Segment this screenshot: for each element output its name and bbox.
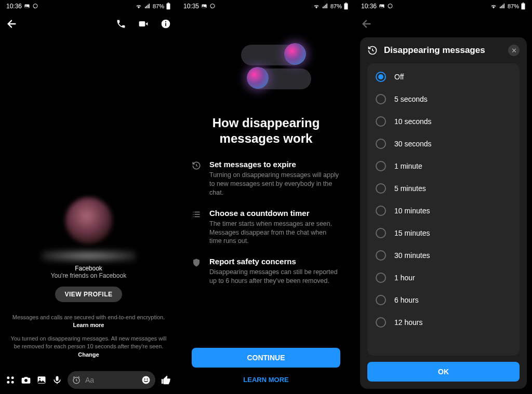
status-bar: 10:36 87% bbox=[355, 0, 532, 12]
close-icon[interactable]: ✕ bbox=[508, 45, 520, 56]
history-icon bbox=[192, 160, 202, 197]
timer-option-label: 10 seconds bbox=[394, 117, 432, 126]
messenger-icon bbox=[209, 3, 216, 9]
learn-more-button[interactable]: LEARN MORE bbox=[192, 373, 340, 387]
camera-icon[interactable] bbox=[21, 375, 31, 385]
info-item-expire: Set messages to expire Turning on disapp… bbox=[192, 160, 340, 197]
info-item-safety: Report safety concerns Disappearing mess… bbox=[192, 257, 340, 286]
message-input[interactable]: Aa bbox=[68, 371, 155, 389]
svg-rect-8 bbox=[168, 3, 169, 3]
timer-option-label: Off bbox=[394, 73, 404, 81]
svg-point-13 bbox=[7, 376, 9, 379]
timer-option[interactable]: 10 minutes bbox=[367, 199, 520, 222]
svg-point-36 bbox=[388, 4, 392, 8]
svg-point-27 bbox=[210, 4, 215, 8]
timer-option[interactable]: 15 minutes bbox=[367, 222, 520, 244]
history-icon bbox=[367, 45, 378, 56]
svg-point-26 bbox=[203, 5, 204, 6]
apps-icon[interactable] bbox=[5, 375, 16, 385]
radio-icon bbox=[376, 116, 386, 127]
image-icon bbox=[201, 3, 207, 9]
change-link[interactable]: Change bbox=[78, 351, 99, 358]
timer-option-label: 10 minutes bbox=[394, 207, 430, 215]
radio-icon bbox=[376, 295, 386, 305]
info-item-timer: Choose a countdown timer The timer start… bbox=[192, 209, 340, 246]
svg-point-23 bbox=[144, 378, 145, 379]
timer-option[interactable]: 30 minutes bbox=[367, 244, 520, 266]
svg-rect-33 bbox=[345, 3, 347, 3]
disappearing-note: You turned on disappearing messages. All… bbox=[6, 335, 171, 359]
call-icon[interactable] bbox=[116, 19, 126, 29]
emoji-icon[interactable] bbox=[141, 375, 151, 385]
timer-option-label: 5 seconds bbox=[394, 95, 428, 103]
avatar[interactable] bbox=[65, 197, 112, 244]
timer-option[interactable]: 1 hour bbox=[367, 266, 520, 289]
svg-point-14 bbox=[11, 376, 14, 379]
status-time: 10:36 bbox=[361, 3, 377, 10]
radio-icon bbox=[376, 139, 386, 149]
wifi-icon bbox=[490, 3, 497, 9]
messenger-icon bbox=[32, 3, 38, 9]
svg-point-24 bbox=[147, 378, 148, 379]
svg-rect-40 bbox=[503, 4, 504, 8]
screen-timer-picker: 10:36 87% Disappearing messages ✕ Of bbox=[355, 0, 532, 394]
status-time: 10:35 bbox=[183, 3, 199, 10]
radio-icon bbox=[376, 206, 386, 216]
ok-button[interactable]: OK bbox=[367, 362, 520, 382]
svg-point-19 bbox=[39, 378, 41, 379]
wifi-icon bbox=[313, 3, 320, 9]
timer-option[interactable]: 30 seconds bbox=[367, 132, 520, 155]
like-icon[interactable] bbox=[161, 374, 172, 386]
back-arrow-icon[interactable] bbox=[361, 18, 373, 30]
item-heading: Report safety concerns bbox=[209, 257, 340, 266]
timer-option-label: 30 seconds bbox=[394, 140, 432, 148]
back-arrow-icon[interactable] bbox=[6, 18, 18, 30]
svg-point-12 bbox=[165, 21, 166, 22]
radio-icon bbox=[376, 183, 386, 194]
radio-icon bbox=[376, 161, 386, 171]
timer-option-label: 1 hour bbox=[394, 274, 415, 282]
platform-label: Facebook bbox=[75, 265, 102, 272]
timer-option[interactable]: 1 minute bbox=[367, 155, 520, 177]
learn-more-link[interactable]: Learn more bbox=[73, 322, 104, 328]
timer-option[interactable]: 5 seconds bbox=[367, 88, 520, 110]
svg-rect-31 bbox=[326, 4, 327, 8]
battery-text: 87% bbox=[330, 3, 342, 9]
item-body: Turning on disappearing messages will ap… bbox=[209, 171, 340, 197]
svg-rect-7 bbox=[167, 3, 170, 9]
item-body: The timer starts when messages are seen.… bbox=[209, 220, 340, 246]
timer-option[interactable]: Off bbox=[367, 65, 520, 88]
radio-icon bbox=[376, 94, 386, 104]
mic-icon[interactable] bbox=[52, 375, 62, 385]
timer-picker-sheet: Disappearing messages ✕ Off5 seconds10 s… bbox=[360, 37, 527, 389]
chat-top-bar bbox=[0, 12, 177, 35]
svg-point-1 bbox=[25, 5, 26, 6]
timer-option-label: 15 minutes bbox=[394, 229, 430, 237]
timer-option[interactable]: 5 minutes bbox=[367, 177, 520, 199]
timer-option[interactable]: 6 hours bbox=[367, 289, 520, 311]
contact-name-blurred bbox=[42, 250, 136, 262]
svg-rect-11 bbox=[165, 23, 166, 26]
svg-point-15 bbox=[7, 381, 9, 384]
timer-option-label: 12 hours bbox=[394, 318, 422, 327]
item-heading: Set messages to expire bbox=[209, 160, 340, 169]
video-icon[interactable] bbox=[138, 19, 149, 29]
image-icon bbox=[379, 3, 385, 9]
info-icon[interactable] bbox=[161, 19, 171, 29]
timer-options-list: Off5 seconds10 seconds30 seconds1 minute… bbox=[367, 63, 520, 356]
svg-rect-5 bbox=[148, 5, 149, 8]
svg-point-17 bbox=[24, 379, 28, 382]
picker-title: Disappearing messages bbox=[384, 45, 502, 56]
timer-option[interactable]: 10 seconds bbox=[367, 110, 520, 132]
encryption-note: Messages and calls are secured with end-… bbox=[6, 314, 171, 330]
timer-option-label: 1 minute bbox=[394, 162, 422, 170]
disappearing-illustration bbox=[192, 38, 340, 106]
svg-rect-39 bbox=[502, 5, 503, 8]
image-icon bbox=[24, 3, 30, 9]
gallery-icon[interactable] bbox=[36, 375, 47, 385]
timer-option[interactable]: 12 hours bbox=[367, 311, 520, 333]
timer-option-label: 30 minutes bbox=[394, 251, 430, 260]
svg-rect-20 bbox=[56, 376, 59, 381]
continue-button[interactable]: CONTINUE bbox=[192, 348, 340, 368]
view-profile-button[interactable]: VIEW PROFILE bbox=[55, 287, 122, 302]
